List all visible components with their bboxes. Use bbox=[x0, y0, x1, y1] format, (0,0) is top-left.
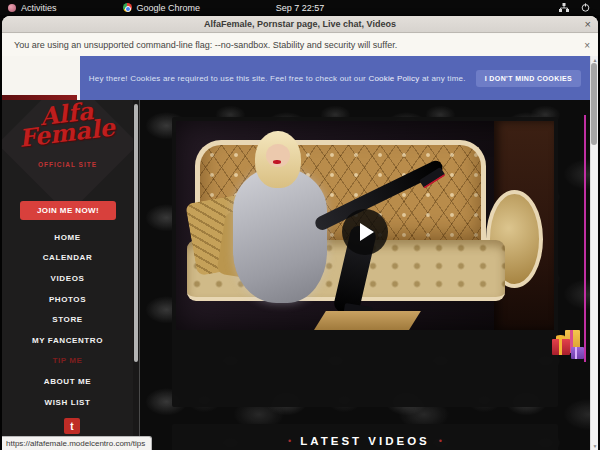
sidebar-item-calendar[interactable]: CALENDAR bbox=[2, 248, 133, 269]
latest-videos-heading: • LATEST VIDEOS • bbox=[288, 435, 442, 447]
window-titlebar[interactable]: AlfaFemale, Pornstar page, Live chat, Vi… bbox=[2, 16, 598, 33]
social-t-icon[interactable]: t bbox=[64, 418, 80, 434]
sidebar-item-photos[interactable]: PHOTOS bbox=[2, 289, 133, 310]
cookie-accept-button[interactable]: I DON'T MIND COOKIES bbox=[476, 70, 581, 87]
chrome-flag-infobar: You are using an unsupported command-lin… bbox=[2, 34, 598, 56]
scrollbar-down-icon[interactable]: ▼ bbox=[591, 443, 598, 449]
join-me-now-button[interactable]: JOIN ME NOW! bbox=[20, 201, 116, 220]
page-viewport: Hey there! Cookies are required to use t… bbox=[2, 56, 598, 450]
page-scrollbar-thumb[interactable] bbox=[591, 63, 597, 145]
sidebar-item-wish-list[interactable]: WISH LIST bbox=[2, 392, 133, 413]
cookie-consent-bar: Hey there! Cookies are required to use t… bbox=[80, 56, 590, 100]
cookie-message-pre: Hey there! Cookies are required to use t… bbox=[89, 74, 369, 83]
sidebar-item-videos[interactable]: VIDEOS bbox=[2, 268, 133, 289]
screen: Activities Google Chrome Sep 7 22:57 Alf… bbox=[0, 0, 600, 450]
sidebar-nav: HOME CALENDAR VIDEOS PHOTOS STORE MY FAN… bbox=[2, 227, 133, 412]
sidebar-scrollbar-thumb[interactable] bbox=[134, 104, 138, 362]
sidebar-item-home[interactable]: HOME bbox=[2, 227, 133, 248]
sidebar: Alfa Female OFFICIAL SITE JOIN ME NOW! H… bbox=[2, 100, 133, 450]
window-title: AlfaFemale, Pornstar page, Live chat, Vi… bbox=[204, 19, 396, 29]
sidebar-item-my-fancentro[interactable]: MY FANCENTRO bbox=[2, 330, 133, 351]
network-icon[interactable] bbox=[559, 3, 569, 12]
browser-window: AlfaFemale, Pornstar page, Live chat, Vi… bbox=[2, 16, 598, 450]
model-lips bbox=[273, 160, 281, 164]
system-clock[interactable]: Sep 7 22:57 bbox=[0, 3, 600, 13]
heading-dot-left: • bbox=[288, 437, 291, 446]
play-icon bbox=[360, 223, 374, 241]
cookie-policy-link[interactable]: Cookie Policy bbox=[368, 74, 419, 83]
official-site-tagline: OFFICIAL SITE bbox=[2, 161, 133, 168]
window-close-icon[interactable]: × bbox=[585, 17, 591, 32]
infobar-close-icon[interactable]: × bbox=[584, 40, 590, 51]
play-button[interactable] bbox=[342, 209, 388, 255]
sidebar-item-about-me[interactable]: ABOUT ME bbox=[2, 371, 133, 392]
latest-videos-panel: • LATEST VIDEOS • bbox=[172, 424, 558, 450]
cookie-message-post: at any time. bbox=[419, 74, 465, 83]
floor-prop bbox=[314, 311, 420, 330]
status-url-bubble: https://alfafemale.modelcentro.com/tips bbox=[2, 436, 152, 450]
sidebar-item-store[interactable]: STORE bbox=[2, 309, 133, 330]
heading-dot-right: • bbox=[439, 437, 442, 446]
gift-icon-red[interactable] bbox=[552, 339, 570, 355]
latest-videos-title: LATEST VIDEOS bbox=[300, 435, 430, 447]
status-url-text: https://alfafemale.modelcentro.com/tips bbox=[6, 439, 145, 448]
featured-video-player[interactable] bbox=[176, 121, 554, 330]
cookie-message: Hey there! Cookies are required to use t… bbox=[89, 74, 466, 83]
welcome-panel: • WELCOME ALL • Your control in my hands… bbox=[172, 117, 558, 407]
tip-widget-line bbox=[584, 115, 586, 362]
system-top-bar: Activities Google Chrome Sep 7 22:57 bbox=[0, 0, 600, 15]
gift-icon-purple[interactable] bbox=[571, 347, 584, 359]
flag-warning-text: You are using an unsupported command-lin… bbox=[2, 40, 397, 50]
power-icon[interactable] bbox=[581, 3, 590, 12]
sidebar-item-tip-me[interactable]: TIP ME bbox=[2, 351, 133, 372]
